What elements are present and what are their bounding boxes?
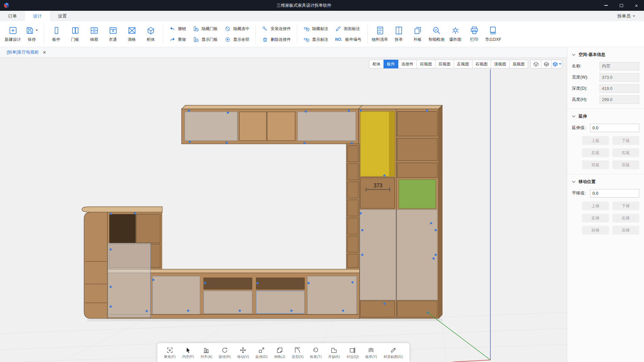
height-field[interactable] bbox=[600, 95, 639, 104]
patch-panel-button[interactable]: 补板 bbox=[408, 22, 427, 46]
hide-selected-button[interactable]: 隐藏选中 bbox=[222, 24, 252, 33]
split-order-button[interactable]: 拆单 bbox=[389, 22, 408, 46]
hide-annotation-icon bbox=[303, 26, 310, 32]
section-move-header[interactable]: 移动位置 bbox=[572, 177, 639, 186]
mode-cabinet-button[interactable]: 柜体 bbox=[369, 60, 384, 68]
smart-check-button[interactable]: 智能检测 bbox=[427, 22, 446, 46]
extend-value-input[interactable] bbox=[590, 124, 639, 132]
delete-connector-button[interactable]: 删除连接件 bbox=[259, 35, 294, 44]
show-door-button[interactable]: 显示门板 bbox=[190, 35, 220, 44]
tool-rotate[interactable]: 旋转(R) bbox=[219, 347, 231, 359]
user-role[interactable]: 拆单员 bbox=[617, 11, 644, 21]
tool-edge-band[interactable]: 封边(Q) bbox=[346, 347, 359, 359]
view-bottom-button[interactable]: 底视图 bbox=[509, 60, 528, 68]
tv-wall-unit[interactable] bbox=[82, 105, 442, 318]
section-basic-info-header[interactable]: 空间-基本信息 bbox=[572, 50, 639, 59]
depth-field[interactable] bbox=[600, 84, 639, 93]
move-up-button[interactable]: 上移 bbox=[582, 202, 609, 210]
mode-connector-button[interactable]: 连接件 bbox=[398, 60, 417, 68]
tab-order[interactable]: 订单 bbox=[0, 11, 25, 21]
rail-button[interactable]: 衣通 bbox=[103, 22, 122, 46]
green-inner-space[interactable] bbox=[399, 180, 435, 208]
close-tab-icon[interactable]: ✕ bbox=[42, 50, 46, 55]
door-button[interactable]: 门板 bbox=[66, 22, 85, 46]
move-back-button[interactable]: 后移 bbox=[612, 226, 639, 235]
left-unit[interactable] bbox=[82, 207, 162, 318]
install-connector-button[interactable]: 安装连接件 bbox=[259, 24, 294, 33]
view-back-button[interactable]: 后视图 bbox=[435, 60, 454, 68]
panel-button[interactable]: 板件 bbox=[47, 22, 66, 46]
move-down-button[interactable]: 下移 bbox=[612, 202, 639, 210]
undo-button[interactable]: 撤销 bbox=[166, 24, 189, 33]
redo-button[interactable]: 重做 bbox=[166, 35, 189, 44]
tool-move[interactable]: 移动(V) bbox=[237, 347, 249, 359]
tool-shape[interactable]: 造型(X) bbox=[292, 347, 304, 359]
tool-focus[interactable]: 聚焦(F) bbox=[164, 347, 176, 359]
bom-button[interactable]: 物料清单 bbox=[370, 22, 389, 46]
restore-icon bbox=[312, 347, 319, 354]
tool-thickness[interactable]: 板厚(Y) bbox=[365, 347, 377, 359]
close-button[interactable]: × bbox=[629, 0, 644, 11]
middle-spine[interactable] bbox=[346, 144, 360, 269]
hide-door-button[interactable]: 隐藏门板 bbox=[190, 24, 220, 33]
name-field[interactable] bbox=[600, 62, 639, 70]
explode-view-button[interactable]: 爆炸图 bbox=[446, 22, 465, 46]
show-annotation-button[interactable]: 显示标注 bbox=[301, 35, 331, 44]
3d-viewport[interactable]: 373 柜体 板件 连接件 前视图 后视图 左视图 bbox=[0, 58, 567, 362]
tool-restore[interactable]: 恢复(T) bbox=[310, 347, 321, 359]
move-right-button[interactable]: 右移 bbox=[612, 214, 639, 222]
new-design-button[interactable]: 新建设计 bbox=[3, 22, 22, 46]
move-front-button[interactable]: 前移 bbox=[582, 226, 609, 235]
face-annotation-button[interactable]: 面面标注 bbox=[332, 24, 364, 33]
tab-settings[interactable]: 设置 bbox=[50, 11, 75, 21]
extend-front-button[interactable]: 前延 bbox=[582, 160, 609, 169]
undo-icon bbox=[169, 26, 176, 32]
display-solid-button[interactable] bbox=[530, 60, 541, 68]
titlebar: 三维家板式家具设计拆单软件 × bbox=[0, 0, 644, 11]
view-left-button[interactable]: 左视图 bbox=[454, 60, 472, 68]
minimize-button[interactable] bbox=[599, 0, 614, 11]
cube-shaded-icon bbox=[552, 61, 558, 67]
tool-extend[interactable]: 延伸(D) bbox=[255, 347, 268, 359]
extend-back-button[interactable]: 后延 bbox=[612, 160, 639, 169]
tool-material[interactable]: 材质贴图(G) bbox=[384, 347, 403, 359]
document-tab[interactable]: [拆单]客厅电视柜 ✕ bbox=[3, 47, 50, 57]
maximize-button[interactable] bbox=[614, 0, 629, 11]
export-dxf-button[interactable]: DXF 导出DXF bbox=[484, 22, 502, 46]
save-button[interactable]: 保存 bbox=[22, 22, 41, 46]
show-all-button[interactable]: 显示全部 bbox=[222, 35, 252, 44]
extend-up-button[interactable]: 上延 bbox=[582, 136, 609, 145]
extend-down-button[interactable]: 下延 bbox=[612, 136, 639, 145]
x-axis bbox=[453, 360, 490, 362]
panel-number-button[interactable]: NO. 板件编号 bbox=[332, 35, 364, 44]
move-icon bbox=[240, 347, 246, 354]
width-field[interactable] bbox=[600, 73, 639, 82]
cabinet-button[interactable]: 柜体 bbox=[141, 22, 160, 46]
tool-chamfer[interactable]: 倒角(J) bbox=[274, 347, 285, 359]
display-style-dropdown[interactable] bbox=[551, 60, 562, 68]
tab-design[interactable]: 设计 bbox=[25, 11, 50, 21]
view-front-button[interactable]: 前视图 bbox=[417, 60, 435, 68]
tool-align[interactable]: 对齐(A) bbox=[201, 347, 212, 359]
print-button[interactable]: 打印 bbox=[465, 22, 484, 46]
top-cabinets[interactable] bbox=[182, 109, 359, 144]
mode-panel-button[interactable]: 板件 bbox=[384, 60, 398, 68]
view-right-button[interactable]: 右视图 bbox=[472, 60, 491, 68]
move-left-button[interactable]: 左移 bbox=[582, 214, 609, 222]
move-value-input[interactable] bbox=[590, 189, 639, 198]
section-extend-header[interactable]: 延伸 bbox=[572, 112, 639, 121]
3d-scene[interactable]: 373 bbox=[0, 58, 567, 362]
view-top-button[interactable]: 顶视图 bbox=[491, 60, 510, 68]
menubar: 订单 设计 设置 拆单员 bbox=[0, 11, 644, 21]
right-column[interactable] bbox=[359, 109, 438, 318]
display-wireframe-button[interactable] bbox=[541, 60, 552, 68]
drawer-button[interactable]: 抽屉 bbox=[85, 22, 103, 46]
wine-rack-button[interactable]: 酒格 bbox=[122, 22, 141, 46]
tool-inner-space[interactable]: 内空(P) bbox=[182, 347, 194, 359]
chevron-down-icon bbox=[559, 63, 561, 66]
hide-annotation-button[interactable]: 隐藏标注 bbox=[301, 24, 331, 33]
thickness-icon bbox=[368, 347, 374, 354]
extend-left-button[interactable]: 左延 bbox=[582, 148, 609, 157]
extend-right-button[interactable]: 右延 bbox=[612, 148, 639, 157]
tool-notch[interactable]: 开缺(K) bbox=[328, 347, 340, 359]
